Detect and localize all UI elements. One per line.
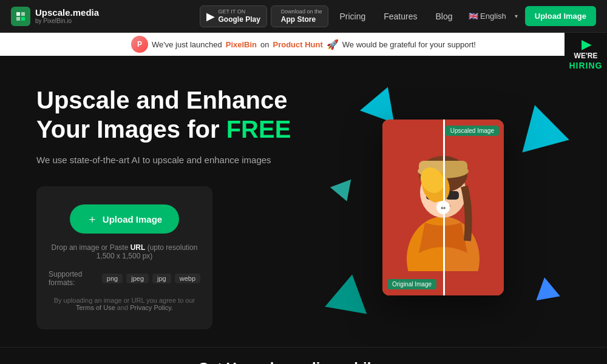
hero-free-text: FREE: [226, 116, 291, 143]
bottom-title: Get Upscale.media mobile app: [12, 360, 595, 364]
upload-image-main-button[interactable]: ＋ Upload Image: [70, 204, 179, 234]
logo-text-area: Upscale.media by PixelBin.io: [35, 8, 99, 25]
terms-of-use-link[interactable]: Terms of Use: [76, 304, 115, 311]
hero-right: ⇔ Upscaled Image Original Image: [316, 80, 571, 335]
language-selector[interactable]: 🇬🇧 English: [464, 8, 511, 24]
decorative-triangle-4: [532, 275, 560, 300]
terms-text: By uploading an image or URL you agree t…: [49, 297, 200, 311]
format-jpg: jpg: [152, 274, 171, 283]
decorative-triangle-1: [360, 81, 405, 123]
plus-icon: ＋: [87, 212, 98, 226]
hero-left: Upscale and Enhance Your Images for FREE…: [36, 86, 316, 330]
upload-image-nav-button[interactable]: Upload Image: [525, 6, 596, 26]
logo-icon: [11, 7, 30, 26]
logo-subtitle: by PixelBin.io: [35, 18, 99, 24]
original-label: Original Image: [387, 279, 436, 289]
drop-text: Drop an image or Paste URL (upto resolut…: [49, 243, 200, 260]
hero-title-line2: Your Images for: [36, 116, 220, 143]
svg-rect-2: [16, 17, 20, 21]
nav-links: ▶ GET IT ON Google Play Download on the …: [200, 5, 597, 27]
rocket-emoji: 🚀: [327, 39, 339, 50]
privacy-policy-link[interactable]: Privacy Policy.: [130, 304, 173, 311]
logo-name: Upscale.media: [35, 8, 99, 18]
google-play-top-label: GET IT ON: [219, 8, 260, 15]
google-play-btn[interactable]: ▶ GET IT ON Google Play: [200, 5, 267, 27]
we-hiring-banner[interactable]: ▶ WE'RE HIRING: [565, 33, 607, 75]
upload-area: ＋ Upload Image Drop an image or Paste UR…: [36, 186, 212, 329]
hero-section: Upscale and Enhance Your Images for FREE…: [0, 56, 607, 347]
google-play-main-label: Google Play: [219, 15, 260, 24]
hero-subtitle: We use state-of-the-art AI to upscale an…: [36, 153, 316, 167]
svg-rect-0: [16, 12, 20, 16]
url-keyword: URL: [131, 243, 146, 252]
svg-rect-1: [21, 12, 25, 16]
pricing-link[interactable]: Pricing: [332, 8, 373, 25]
announcement-on-text: on: [260, 40, 269, 49]
formats-row: Supported formats: png jpeg jpg webp: [49, 270, 200, 287]
announcement-bar: P We've just launched PixelBin on Produc…: [0, 33, 607, 56]
image-comparison: ⇔ Upscaled Image Original Image: [382, 120, 504, 295]
hiring-text: HIRING: [569, 61, 603, 71]
upscaled-label: Upscaled Image: [446, 126, 499, 136]
hero-title: Upscale and Enhance Your Images for FREE: [36, 86, 316, 144]
format-webp: webp: [175, 274, 200, 283]
product-hunt-direct-link[interactable]: Product Hunt: [273, 40, 322, 49]
navbar: Upscale.media by PixelBin.io ▶ GET IT ON…: [0, 0, 607, 33]
announcement-text-after: We would be grateful for your support!: [342, 40, 476, 49]
svg-rect-3: [21, 17, 25, 21]
features-link[interactable]: Features: [376, 8, 424, 25]
pixelbin-brand: PixelBin: [226, 40, 257, 49]
hero-title-line1: Upscale and Enhance: [36, 87, 287, 113]
decorative-triangle-5: [330, 172, 359, 201]
product-hunt-link[interactable]: PixelBin: [226, 40, 257, 49]
we-text: WE'RE: [574, 52, 598, 60]
app-store-top-label: Download on the: [281, 8, 322, 15]
app-store-main-label: App Store: [281, 15, 322, 24]
google-play-icon: ▶: [206, 10, 215, 23]
play-icon: ▶: [582, 37, 591, 52]
formats-label: Supported formats:: [49, 270, 98, 287]
decorative-triangle-2: [511, 99, 569, 152]
chevron-down-icon: ▾: [515, 13, 518, 19]
announcement-text-before: We've just launched: [152, 40, 222, 49]
bottom-section: Get Upscale.media mobile app: [0, 347, 607, 364]
format-png: png: [102, 274, 123, 283]
product-hunt-avatar: P: [131, 36, 148, 53]
blog-link[interactable]: Blog: [428, 8, 459, 25]
decorative-triangle-3: [325, 271, 373, 314]
logo-area[interactable]: Upscale.media by PixelBin.io: [11, 7, 99, 26]
format-jpeg: jpeg: [126, 274, 149, 283]
app-store-btn[interactable]: Download on the App Store: [271, 5, 329, 27]
comparison-handle[interactable]: ⇔: [436, 201, 450, 214]
